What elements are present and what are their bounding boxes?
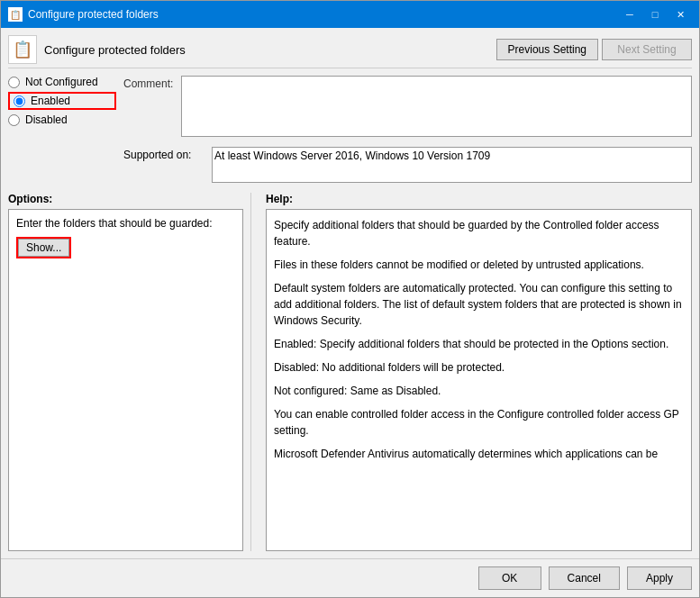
help-title: Help:	[266, 193, 692, 205]
header-left: 📋 Configure protected folders	[8, 35, 186, 64]
help-para-2: Default system folders are automatically…	[274, 280, 684, 329]
options-title: Options:	[8, 193, 243, 205]
help-para-6: You can enable controlled folder access …	[274, 406, 684, 439]
help-para-4: Disabled: No additional folders will be …	[274, 359, 684, 376]
options-content: Enter the folders that should be guarded…	[8, 209, 243, 551]
radio-column: Not Configured Enabled Disabled	[8, 76, 116, 186]
title-bar-left: 📋 Configure protected folders	[8, 7, 159, 22]
help-para-5: Not configured: Same as Disabled.	[274, 383, 684, 399]
supported-label: Supported on:	[123, 147, 205, 161]
disabled-label: Disabled	[25, 113, 68, 126]
not-configured-label: Not Configured	[25, 76, 98, 88]
next-setting-button[interactable]: Next Setting	[602, 39, 692, 60]
previous-setting-button[interactable]: Previous Setting	[496, 39, 598, 60]
enabled-radio[interactable]	[14, 95, 25, 107]
disabled-radio-item[interactable]: Disabled	[8, 113, 116, 126]
help-para-7: Microsoft Defender Antivirus automatical…	[274, 446, 684, 462]
apply-button[interactable]: Apply	[627, 566, 692, 590]
window-icon: 📋	[8, 7, 23, 22]
options-help-section: Options: Enter the folders that should b…	[8, 193, 692, 551]
options-panel: Options: Enter the folders that should b…	[8, 193, 251, 551]
window-title: Configure protected folders	[28, 8, 159, 21]
help-para-1: Files in these folders cannot be modifie…	[274, 257, 684, 273]
header-row: 📋 Configure protected folders Previous S…	[8, 35, 692, 68]
cancel-button[interactable]: Cancel	[549, 566, 620, 590]
header-icon: 📋	[8, 35, 37, 64]
enabled-label: Enabled	[31, 95, 70, 107]
minimize-button[interactable]: ─	[618, 6, 641, 23]
not-configured-radio-item[interactable]: Not Configured	[8, 76, 116, 88]
supported-textarea: At least Windows Server 2016, Windows 10…	[212, 147, 692, 183]
ok-button[interactable]: OK	[478, 566, 541, 590]
bottom-buttons: OK Cancel Apply	[1, 558, 699, 597]
top-section: Not Configured Enabled Disabled Comment:	[8, 76, 692, 186]
help-para-3: Enabled: Specify additional folders that…	[274, 336, 684, 352]
maximize-button[interactable]: □	[643, 6, 667, 23]
supported-row: Supported on: At least Windows Server 20…	[123, 147, 692, 186]
help-panel: Help: Specify additional folders that sh…	[259, 193, 692, 551]
comment-textarea[interactable]	[181, 76, 692, 137]
help-para-0: Specify additional folders that should b…	[274, 217, 684, 249]
show-button-box: Show...	[16, 237, 71, 258]
not-configured-radio[interactable]	[8, 77, 20, 88]
content-area: 📋 Configure protected folders Previous S…	[1, 28, 699, 558]
disabled-radio[interactable]	[8, 114, 20, 126]
title-bar: 📋 Configure protected folders ─ □ ✕	[1, 1, 699, 28]
comment-label: Comment:	[123, 76, 177, 90]
enabled-radio-box[interactable]: Enabled	[8, 92, 116, 110]
close-button[interactable]: ✕	[668, 6, 692, 23]
main-window: 📋 Configure protected folders ─ □ ✕ 📋 Co…	[0, 0, 700, 598]
help-content: Specify additional folders that should b…	[266, 209, 692, 551]
title-bar-controls: ─ □ ✕	[618, 6, 692, 23]
show-button[interactable]: Show...	[18, 239, 69, 257]
right-column: Comment: Supported on: At least Windows …	[123, 76, 692, 186]
header-title: Configure protected folders	[44, 43, 186, 57]
options-description: Enter the folders that should be guarded…	[16, 217, 235, 230]
header-buttons: Previous Setting Next Setting	[496, 39, 692, 60]
show-button-container: Show...	[16, 237, 235, 258]
